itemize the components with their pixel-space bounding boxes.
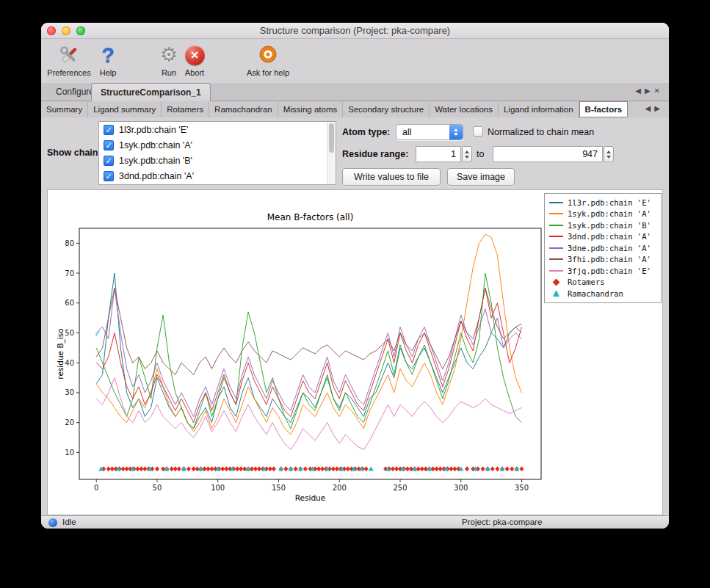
ask-for-help-button[interactable]: Ask for help — [242, 42, 294, 77]
preferences-button[interactable]: Preferences — [46, 42, 93, 77]
legend-label: 3dne.pdb:chain 'A' — [568, 244, 651, 253]
svg-text:residue B_iso: residue B_iso — [56, 328, 65, 379]
legend-line-swatch — [549, 247, 563, 249]
svg-text:60: 60 — [65, 299, 74, 307]
residue-to-label: to — [477, 149, 484, 159]
ask-for-help-label: Ask for help — [242, 68, 294, 77]
status-dot-icon — [48, 518, 57, 527]
subtab-water-locations[interactable]: Water locations — [430, 101, 499, 117]
svg-text:50: 50 — [65, 329, 74, 337]
legend-item: 1l3r.pdb:chain 'E' — [549, 197, 656, 208]
chain-list-scroll-thumb[interactable] — [329, 123, 334, 153]
legend-label: 1l3r.pdb:chain 'E' — [568, 198, 651, 207]
chart-legend: 1l3r.pdb:chain 'E'1syk.pdb:chain 'A'1syk… — [544, 193, 662, 303]
subtab-missing-atoms[interactable]: Missing atoms — [278, 101, 344, 117]
legend-line-swatch — [549, 236, 563, 237]
legend-label: 3dnd.pdb:chain 'A' — [568, 232, 651, 241]
legend-label: 3fhi.pdb:chain 'A' — [568, 255, 651, 264]
abort-label: Abort — [181, 68, 208, 77]
legend-line-swatch — [549, 270, 563, 272]
svg-text:350: 350 — [515, 484, 529, 492]
chain-checkbox[interactable]: ✓ — [104, 171, 114, 181]
preferences-tools-icon — [46, 42, 93, 68]
status-state: Idle — [62, 518, 76, 526]
legend-item: 1syk.pdb:chain 'A' — [549, 208, 656, 220]
tab-next-icon[interactable]: ▶ — [645, 87, 654, 95]
normalized-checkbox[interactable] — [473, 126, 483, 137]
help-question-icon: ? — [97, 42, 119, 68]
legend-label: 1syk.pdb:chain 'A' — [568, 209, 651, 218]
svg-text:✓: ✓ — [94, 329, 101, 338]
subtab-ligand-information[interactable]: Ligand information — [499, 101, 579, 117]
chain-checkbox[interactable]: ✓ — [104, 140, 114, 150]
legend-label: Ramachandran — [568, 289, 623, 298]
residue-from-stepper[interactable] — [462, 146, 472, 162]
legend-triangle-icon — [553, 291, 559, 297]
svg-text:80: 80 — [65, 239, 74, 247]
svg-text:150: 150 — [272, 484, 286, 492]
chain-list-item[interactable]: ✓1l3r.pdb:chain 'E' — [99, 122, 336, 137]
run-button[interactable]: ⚙ Run — [158, 42, 180, 77]
chain-label: 1syk.pdb:chain 'A' — [119, 140, 192, 150]
legend-item: 3fjq.pdb:chain 'E' — [549, 265, 656, 277]
atom-type-value: all — [402, 127, 412, 137]
legend-item: 3dne.pdb:chain 'A' — [549, 242, 656, 254]
residue-to-stepper[interactable] — [604, 146, 614, 162]
toolbar: Preferences ? Help ⚙ Run ✕ Abort Ask for… — [41, 39, 669, 83]
residue-from-input[interactable] — [416, 146, 461, 162]
status-bar: Idle Project: pka-compare — [41, 515, 669, 529]
window-title: Structure comparison (Project: pka-compa… — [41, 25, 669, 36]
subtab-summary[interactable]: Summary — [41, 101, 88, 117]
svg-text:Mean B-factors (all): Mean B-factors (all) — [267, 212, 354, 222]
legend-line-swatch — [549, 225, 563, 226]
chain-checkbox[interactable]: ✓ — [104, 156, 114, 166]
subtab-next-icon[interactable]: ▶ — [654, 104, 664, 112]
app-window: Structure comparison (Project: pka-compa… — [41, 23, 669, 529]
svg-text:250: 250 — [393, 484, 407, 492]
help-button[interactable]: ? Help — [97, 42, 119, 77]
legend-item: 3dnd.pdb:chain 'A' — [549, 231, 656, 243]
svg-text:0: 0 — [94, 484, 98, 492]
tab-structurecomparison-1[interactable]: StructureComparison_1 — [91, 83, 211, 101]
chain-label: 1syk.pdb:chain 'B' — [119, 156, 192, 166]
lifering-icon — [242, 42, 294, 68]
subtab-ligand-summary[interactable]: Ligand summary — [88, 101, 162, 117]
svg-text:10: 10 — [65, 449, 74, 457]
svg-text:300: 300 — [454, 484, 468, 492]
legend-item: 1syk.pdb:chain 'B' — [549, 219, 656, 231]
chain-checkbox[interactable]: ✓ — [104, 125, 114, 135]
help-label: Help — [97, 68, 119, 77]
normalized-label: Normalized to chain mean — [488, 127, 594, 137]
subtab-b-factors[interactable]: B-factors — [579, 101, 628, 117]
svg-text:100: 100 — [211, 484, 225, 492]
subtab-secondary-structure[interactable]: Secondary structure — [343, 101, 430, 117]
legend-label: Rotamers — [568, 277, 605, 286]
abort-button[interactable]: ✕ Abort — [181, 42, 208, 77]
svg-text:30: 30 — [65, 388, 74, 396]
preferences-label: Preferences — [46, 68, 93, 77]
chain-list-item[interactable]: ✓3dnd.pdb:chain 'A' — [99, 168, 336, 184]
show-chains-label: Show chains: — [47, 148, 106, 158]
legend-diamond-icon — [553, 278, 560, 286]
run-gear-icon: ⚙ — [158, 42, 180, 68]
chain-list-scrollbar[interactable] — [327, 122, 336, 184]
titlebar: Structure comparison (Project: pka-compa… — [41, 23, 669, 39]
chain-list[interactable]: ✓1l3r.pdb:chain 'E'✓1syk.pdb:chain 'A'✓1… — [98, 121, 336, 185]
popup-arrows-icon — [449, 125, 463, 139]
write-values-button[interactable]: Write values to file — [342, 168, 441, 186]
svg-text:200: 200 — [333, 484, 347, 492]
atom-type-select[interactable]: all — [396, 124, 463, 140]
main-tab-bar: Configure StructureComparison_1 ◀▶✕ — [41, 83, 669, 101]
subtab-rotamers[interactable]: Rotamers — [162, 101, 209, 117]
residue-to-input[interactable] — [493, 146, 603, 162]
subtab-prev-icon[interactable]: ◀ — [645, 104, 655, 112]
tab-prev-icon[interactable]: ◀ — [635, 87, 645, 95]
subtab-ramachandran[interactable]: Ramachandran — [209, 101, 278, 117]
run-label: Run — [158, 68, 180, 77]
tab-close-icon[interactable]: ✕ — [654, 87, 664, 95]
sub-tab-nav: ◀▶ — [645, 104, 664, 112]
chain-list-item[interactable]: ✓1syk.pdb:chain 'B' — [99, 153, 336, 168]
chain-list-item[interactable]: ✓1syk.pdb:chain 'A' — [99, 137, 336, 153]
save-image-button[interactable]: Save image — [447, 168, 515, 186]
atom-type-label: Atom type: — [342, 127, 390, 137]
